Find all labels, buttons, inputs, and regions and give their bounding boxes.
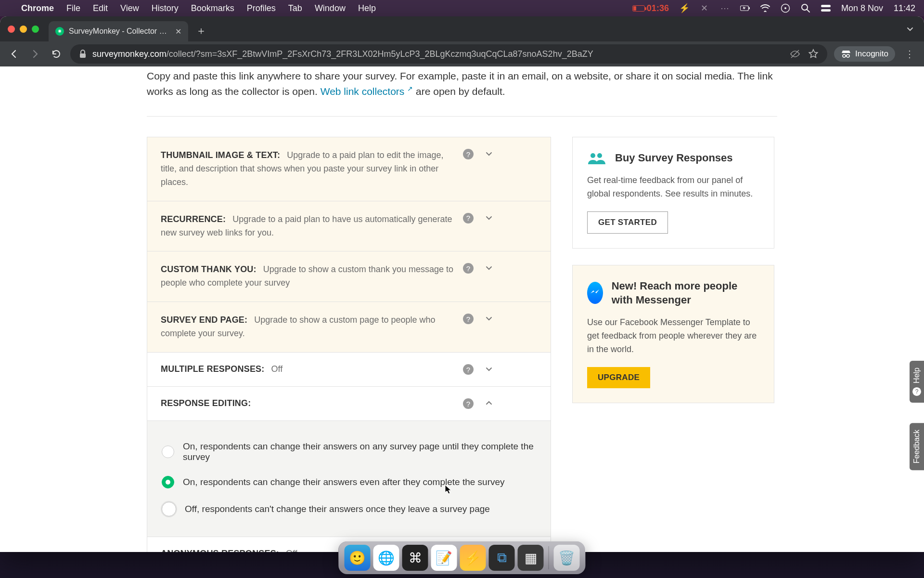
svg-point-11 [847, 54, 849, 57]
help-icon[interactable]: ? [463, 149, 474, 159]
radio-label: On, respondents can change their answers… [183, 441, 536, 462]
card-text: Use our Facebook Messenger Template to g… [587, 316, 759, 356]
menu-tab[interactable]: Tab [288, 3, 302, 13]
menubar-clock[interactable]: 11:42 [894, 3, 915, 13]
chevron-down-icon [484, 263, 494, 273]
help-icon[interactable]: ? [463, 364, 474, 375]
panel-custom-thank-you[interactable]: CUSTOM THANK YOU:Upgrade to show a custo… [147, 251, 551, 302]
radio-option-2[interactable]: On, respondents can change their answers… [162, 469, 536, 495]
chevron-down-icon [484, 213, 494, 223]
incognito-label: Incognito [855, 49, 888, 59]
side-tab-label: Help [912, 368, 921, 383]
window-zoom[interactable] [32, 26, 39, 33]
spotlight-icon[interactable] [801, 3, 810, 13]
browser-tab[interactable]: ✷ SurveyMonkey - Collector Det… ✕ [49, 21, 188, 41]
web-link-collectors-link[interactable]: Web link collectors ↗ [321, 86, 413, 97]
separator [147, 116, 777, 117]
panel-label: RESPONSE EDITING: [161, 398, 251, 408]
panel-label: CUSTOM THANK YOU: [161, 264, 257, 274]
address-bar[interactable]: surveymonkey.com/collect/?sm=3sXF_2BtwVI… [70, 44, 827, 64]
app-name[interactable]: Chrome [21, 3, 54, 13]
status-icon-1[interactable]: ⚡ [680, 3, 689, 13]
svg-point-3 [784, 7, 786, 9]
radio-option-3[interactable]: Off, respondents can't change their answ… [162, 495, 536, 523]
eye-off-icon[interactable] [790, 49, 800, 59]
status-icon-2[interactable]: ✕ [700, 3, 709, 13]
menubar-date[interactable]: Mon 8 Nov [841, 3, 883, 13]
svg-point-14 [597, 153, 602, 158]
bookmark-star-icon[interactable] [808, 49, 819, 59]
dock-app1[interactable]: ⚡ [460, 545, 486, 571]
dock-finder[interactable]: 🙂 [345, 545, 371, 571]
status-icon-3[interactable]: ⋯ [720, 3, 730, 13]
nav-reload[interactable] [49, 47, 64, 61]
incognito-icon [841, 50, 851, 58]
new-tab-button[interactable]: ＋ [196, 24, 206, 38]
upgrade-button[interactable]: UPGRADE [587, 367, 650, 388]
window-close[interactable] [8, 26, 15, 33]
panel-recurrence[interactable]: RECURRENCE:Upgrade to a paid plan to hav… [147, 201, 551, 252]
panel-multiple-responses[interactable]: MULTIPLE RESPONSES:Off ? [147, 353, 551, 387]
menu-help[interactable]: Help [358, 3, 376, 13]
chrome-menu-icon[interactable]: ⋮ [902, 48, 917, 60]
panel-survey-end-page[interactable]: SURVEY END PAGE:Upgrade to show a custom… [147, 302, 551, 353]
svg-point-10 [843, 54, 846, 57]
chrome-window: ✷ SurveyMonkey - Collector Det… ✕ ＋ surv… [0, 16, 924, 552]
compass-icon[interactable] [781, 3, 790, 13]
menu-view[interactable]: View [120, 3, 139, 13]
help-side-tab[interactable]: ? Help [910, 361, 924, 403]
card-title: New! Reach more people with Messenger [612, 279, 759, 307]
dock-chrome[interactable]: 🌐 [373, 545, 399, 571]
panel-value: Off [271, 364, 283, 374]
svg-rect-6 [821, 5, 831, 7]
radio-icon-selected [162, 476, 174, 488]
nav-back[interactable] [7, 47, 21, 61]
radio-option-1[interactable]: On, respondents can change their answers… [162, 434, 536, 469]
external-link-icon: ↗ [407, 85, 413, 92]
feedback-side-tab[interactable]: Feedback [910, 423, 924, 470]
control-center-icon[interactable] [821, 3, 831, 13]
get-started-button[interactable]: GET STARTED [587, 211, 668, 234]
menu-window[interactable]: Window [315, 3, 346, 13]
chevron-up-icon [484, 398, 494, 408]
panel-response-editing-header[interactable]: RESPONSE EDITING: ? [147, 387, 551, 420]
panel-response-editing: RESPONSE EDITING: ? On, respondents can … [147, 387, 551, 537]
radio-icon [162, 502, 176, 516]
dock-trash[interactable]: 🗑️ [554, 545, 580, 571]
power-icon[interactable] [740, 3, 750, 13]
window-controls [8, 26, 39, 33]
dock-terminal[interactable]: ⌘ [402, 545, 428, 571]
tab-close-icon[interactable]: ✕ [175, 27, 181, 36]
dock-notes[interactable]: 📝 [431, 545, 457, 571]
panel-thumbnail[interactable]: THUMBNAIL IMAGE & TEXT:Upgrade to a paid… [147, 137, 551, 201]
radio-label: On, respondents can change their answers… [183, 477, 505, 487]
dock-app2[interactable]: ▦ [518, 545, 544, 571]
help-icon[interactable]: ? [463, 398, 474, 409]
help-icon[interactable]: ? [463, 263, 474, 274]
help-icon[interactable]: ? [463, 314, 474, 324]
side-tab-label: Feedback [912, 430, 921, 463]
response-editing-options: On, respondents can change their answers… [147, 420, 551, 537]
dock-vscode[interactable]: ⧉ [489, 545, 515, 571]
battery-status[interactable]: 01:36 [632, 3, 669, 13]
menu-history[interactable]: History [152, 3, 179, 13]
svg-point-4 [802, 4, 808, 10]
window-minimize[interactable] [20, 26, 27, 33]
menu-file[interactable]: File [66, 3, 80, 13]
wifi-icon[interactable] [760, 3, 770, 13]
macos-menubar: Chrome File Edit View History Bookmarks … [0, 0, 924, 16]
buy-responses-card: Buy Survey Responses Get real-time feedb… [572, 137, 774, 249]
tabs-overflow-icon[interactable] [906, 25, 914, 33]
menu-profiles[interactable]: Profiles [247, 3, 276, 13]
menu-bookmarks[interactable]: Bookmarks [191, 3, 234, 13]
messenger-promo-card: New! Reach more people with Messenger Us… [572, 265, 774, 403]
chrome-toolbar: surveymonkey.com/collect/?sm=3sXF_2BtwVI… [0, 41, 924, 66]
incognito-indicator[interactable]: Incognito [834, 46, 895, 62]
url-text: surveymonkey.com/collect/?sm=3sXF_2BtwVI… [92, 49, 784, 59]
menu-edit[interactable]: Edit [93, 3, 108, 13]
chrome-tabstrip: ✷ SurveyMonkey - Collector Det… ✕ ＋ [0, 16, 924, 41]
help-icon[interactable]: ? [463, 213, 474, 223]
help-dot-icon: ? [912, 387, 921, 396]
nav-forward [28, 47, 42, 61]
svg-rect-8 [80, 53, 86, 58]
